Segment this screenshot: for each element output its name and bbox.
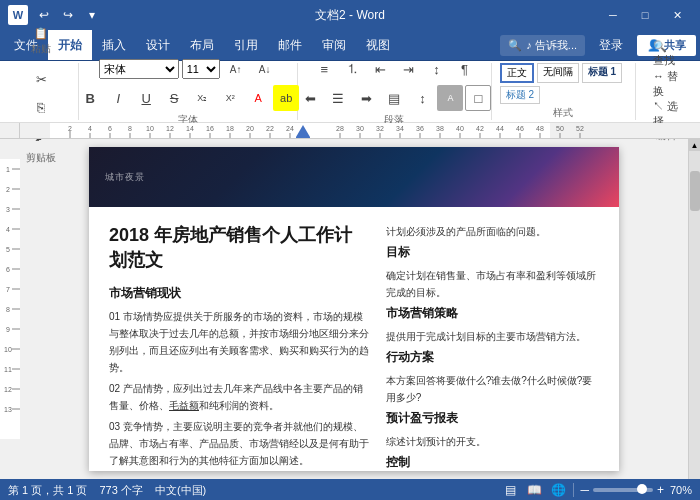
maximize-button[interactable]: □: [630, 5, 660, 25]
highlighted-text: 毛益额: [169, 400, 199, 411]
zoom-slider[interactable]: ─ +: [580, 483, 664, 497]
svg-text:12: 12: [4, 386, 12, 393]
sort-button[interactable]: ↕: [423, 56, 449, 82]
font-size-select[interactable]: 11: [182, 59, 220, 79]
header-image-text: 城市夜景: [105, 171, 145, 184]
style-heading3[interactable]: 标题 2: [500, 86, 540, 104]
svg-text:52: 52: [576, 125, 584, 132]
tell-me-label: ♪ 告诉我...: [526, 38, 577, 53]
svg-text:13: 13: [4, 406, 12, 413]
align-right-button[interactable]: ➡: [353, 85, 379, 111]
zoom-out-button[interactable]: ─: [580, 483, 589, 497]
language-indicator: 中文(中国): [155, 483, 206, 498]
svg-text:6: 6: [6, 266, 10, 273]
style-heading1[interactable]: 无间隔: [537, 63, 579, 83]
svg-text:8: 8: [6, 306, 10, 313]
styles-group: 正文 无间隔 标题 1 标题 2 样式: [492, 63, 636, 120]
svg-text:2: 2: [68, 125, 72, 132]
svg-text:48: 48: [536, 125, 544, 132]
increase-indent-button[interactable]: ⇥: [395, 56, 421, 82]
svg-text:4: 4: [88, 125, 92, 132]
paragraph-2: 02 产品情势，应列出过去几年来产品线中各主要产品的销售量、价格、毛益额和纯利润…: [109, 380, 370, 414]
italic-button[interactable]: I: [105, 85, 131, 111]
document-area[interactable]: 城市夜景 2018 年房地产销售个人工作计划范文 市场营销现状 01 市场情势应…: [20, 139, 688, 479]
font-family-select[interactable]: 宋体: [99, 59, 179, 79]
svg-text:8: 8: [128, 125, 132, 132]
status-left: 第 1 页，共 1 页 773 个字 中文(中国): [8, 483, 206, 498]
read-mode-view-button[interactable]: 📖: [525, 481, 543, 499]
bullets-button[interactable]: ≡: [311, 56, 337, 82]
numbering-button[interactable]: ⒈: [339, 56, 365, 82]
svg-text:2: 2: [6, 186, 10, 193]
zoom-in-button[interactable]: +: [657, 483, 664, 497]
svg-rect-53: [296, 137, 310, 139]
quick-access-dropdown[interactable]: ▾: [82, 5, 102, 25]
cut-button[interactable]: ✂: [28, 67, 54, 93]
ruler-corner: [0, 123, 20, 139]
close-button[interactable]: ✕: [662, 5, 692, 25]
scroll-up-button[interactable]: ▲: [689, 139, 701, 151]
right-para-1: 确定计划在销售量、市场占有率和盈利等领域所完成的目标。: [386, 267, 599, 301]
svg-text:42: 42: [476, 125, 484, 132]
increase-font-button[interactable]: A↑: [223, 56, 249, 82]
decrease-font-button[interactable]: A↓: [252, 56, 278, 82]
divider: [573, 483, 574, 497]
scroll-thumb[interactable]: [690, 171, 700, 211]
show-marks-button[interactable]: ¶: [451, 56, 477, 82]
svg-text:30: 30: [356, 125, 364, 132]
tell-me-button[interactable]: 🔍 ♪ 告诉我...: [500, 35, 585, 56]
paragraph-1: 01 市场情势应提供关于所服务的市场的资料，市场的规模与整体取决于过去几年的总额…: [109, 308, 370, 376]
minimize-button[interactable]: ─: [598, 5, 628, 25]
svg-text:5: 5: [6, 246, 10, 253]
svg-text:6: 6: [108, 125, 112, 132]
login-button[interactable]: 登录: [593, 34, 629, 57]
window-title: 文档2 - Word: [315, 7, 385, 24]
search-icon: 🔍: [508, 39, 522, 52]
copy-button[interactable]: ⎘: [28, 95, 54, 121]
web-layout-view-button[interactable]: 🌐: [549, 481, 567, 499]
right-para-4: 综述计划预计的开支。: [386, 433, 599, 450]
highlight-button[interactable]: ab: [273, 85, 299, 111]
section1-title: 市场营销现状: [109, 285, 370, 302]
svg-text:3: 3: [6, 206, 10, 213]
content-area: 1 2 3 4 5 6 7 8 9 10 11: [0, 139, 700, 479]
font-color-button[interactable]: A: [245, 85, 271, 111]
right-title-3: 行动方案: [386, 349, 599, 366]
bold-button[interactable]: B: [77, 85, 103, 111]
svg-text:24: 24: [286, 125, 294, 132]
svg-text:40: 40: [456, 125, 464, 132]
document-title: 2018 年房地产销售个人工作计划范文: [109, 223, 370, 273]
right-para-2: 提供用于完成计划目标的主要市场营销方法。: [386, 328, 599, 345]
justify-button[interactable]: ▤: [381, 85, 407, 111]
subscript-button[interactable]: X₂: [189, 85, 215, 111]
svg-text:18: 18: [226, 125, 234, 132]
page-info: 第 1 页，共 1 页: [8, 483, 87, 498]
clipboard-group: 📋 粘贴 ✂ ⎘ 🖌 剪贴板: [4, 63, 79, 120]
svg-text:32: 32: [376, 125, 384, 132]
font-group: 宋体 11 A↑ A↓ B I U S X₂ X² A ab 字体: [79, 63, 298, 120]
style-normal[interactable]: 正文: [500, 63, 534, 83]
superscript-button[interactable]: X²: [217, 85, 243, 111]
replace-button[interactable]: ↔ 替换: [653, 71, 679, 97]
paste-button[interactable]: 📋 粘贴: [23, 19, 59, 65]
vertical-scrollbar[interactable]: ▲: [688, 139, 700, 479]
border-button[interactable]: □: [465, 85, 491, 111]
style-heading2[interactable]: 标题 1: [582, 63, 622, 83]
align-left-button[interactable]: ⬅: [297, 85, 323, 111]
paste-icon: 📋: [34, 27, 48, 40]
underline-button[interactable]: U: [133, 85, 159, 111]
zoom-track[interactable]: [593, 488, 653, 492]
decrease-indent-button[interactable]: ⇤: [367, 56, 393, 82]
print-layout-view-button[interactable]: ▤: [501, 481, 519, 499]
shading-button[interactable]: A: [437, 85, 463, 111]
paragraph-group: ≡ ⒈ ⇤ ⇥ ↕ ¶ ⬅ ☰ ➡ ▤ ↕ A □ 段落: [298, 63, 491, 120]
right-title-2: 市场营销策略: [386, 305, 599, 322]
editing-group: 🔍 查找 ↔ 替换 ↖ 选择 编辑: [636, 63, 696, 120]
svg-text:10: 10: [4, 346, 12, 353]
svg-text:50: 50: [556, 125, 564, 132]
align-center-button[interactable]: ☰: [325, 85, 351, 111]
strikethrough-button[interactable]: S: [161, 85, 187, 111]
line-spacing-button[interactable]: ↕: [409, 85, 435, 111]
zoom-thumb[interactable]: [637, 484, 647, 494]
find-button[interactable]: 🔍 查找: [653, 41, 679, 67]
